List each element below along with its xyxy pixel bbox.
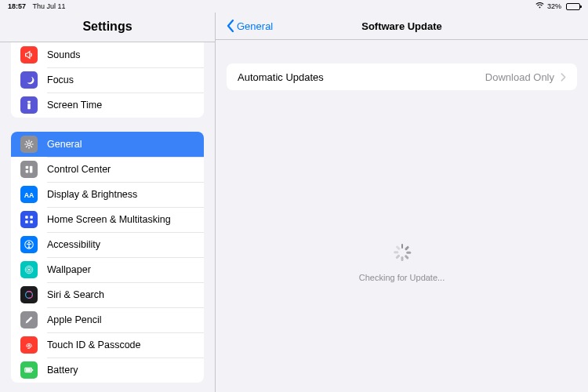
svg-point-13 — [28, 269, 31, 271]
general-icon — [20, 136, 38, 153]
svg-rect-7 — [25, 216, 28, 219]
sidebar-item-general[interactable]: General — [11, 132, 204, 157]
sidebar-item-wallpaper[interactable]: Wallpaper — [11, 257, 204, 282]
svg-rect-0 — [27, 101, 31, 103]
controlcenter-icon — [20, 161, 38, 178]
svg-rect-10 — [30, 220, 33, 223]
sidebar-item-label: Display & Brightness — [47, 189, 137, 200]
touchid-icon — [20, 336, 38, 354]
svg-rect-4 — [30, 166, 33, 173]
sidebar-title: Settings — [0, 13, 215, 42]
focus-icon — [20, 71, 38, 89]
svg-rect-3 — [26, 166, 29, 169]
automatic-updates-row[interactable]: Automatic Updates Download Only — [227, 64, 577, 90]
pencil-icon — [20, 311, 38, 328]
sidebar-item-label: Control Center — [47, 164, 111, 175]
chevron-left-icon — [227, 20, 234, 32]
sidebar-item-apple-pencil[interactable]: Apple Pencil — [11, 307, 204, 332]
status-date: Thu Jul 11 — [33, 2, 66, 10]
automatic-updates-label: Automatic Updates — [238, 71, 324, 83]
siri-icon — [20, 286, 38, 303]
svg-rect-5 — [26, 170, 29, 173]
sidebar-item-label: Wallpaper — [47, 264, 91, 275]
detail-group: Automatic Updates Download Only — [227, 64, 577, 90]
svg-point-2 — [27, 143, 31, 146]
battery-icon — [564, 3, 580, 10]
sidebar-item-label: Sounds — [47, 49, 80, 60]
wifi-icon — [535, 2, 544, 10]
display-icon: AA — [20, 186, 38, 203]
sidebar-item-label: Apple Pencil — [47, 314, 102, 325]
sounds-icon — [20, 46, 38, 64]
checking-status-text: Checking for Update... — [359, 273, 445, 282]
svg-rect-9 — [25, 220, 28, 223]
sidebar-item-accessibility[interactable]: Accessibility — [11, 232, 204, 257]
detail-title: Software Update — [361, 20, 442, 32]
back-label: General — [237, 20, 273, 32]
status-right: 32% — [535, 2, 580, 10]
battery-percent: 32% — [547, 2, 561, 10]
sidebar-item-label: Screen Time — [47, 100, 102, 111]
sidebar-item-label: General — [47, 139, 82, 150]
sidebar-item-siri-search[interactable]: Siri & Search — [11, 282, 204, 307]
sidebar-item-label: Focus — [47, 74, 74, 85]
svg-text:AA: AA — [24, 191, 34, 199]
chevron-right-icon — [561, 73, 566, 82]
detail-header: General Software Update — [216, 13, 588, 40]
accessibility-icon — [20, 236, 38, 253]
settings-sidebar: Settings SoundsFocusScreen Time GeneralC… — [0, 13, 215, 392]
sidebar-item-display-brightness[interactable]: AADisplay & Brightness — [11, 182, 204, 207]
sidebar-item-label: Accessibility — [47, 239, 100, 250]
sidebar-item-focus[interactable]: Focus — [11, 67, 204, 93]
sidebar-item-label: Touch ID & Passcode — [47, 339, 141, 350]
sidebar-item-battery[interactable]: Battery — [11, 358, 204, 383]
sidebar-item-label: Siri & Search — [47, 289, 104, 300]
svg-rect-20 — [26, 368, 31, 372]
wallpaper-icon — [20, 261, 38, 278]
spinner-icon — [393, 243, 412, 262]
status-left: 18:57 Thu Jul 11 — [8, 2, 66, 10]
status-time: 18:57 — [8, 2, 26, 10]
sidebar-item-touch-id-passcode[interactable]: Touch ID & Passcode — [11, 332, 204, 358]
sidebar-group-1: SoundsFocusScreen Time — [11, 42, 204, 118]
sidebar-item-home-screen-multitasking[interactable]: Home Screen & Multitasking — [11, 207, 204, 232]
screentime-icon — [20, 96, 38, 114]
sidebar-item-screen-time[interactable]: Screen Time — [11, 93, 204, 118]
sidebar-item-label: Home Screen & Multitasking — [47, 214, 171, 225]
homescreen-icon — [20, 211, 38, 228]
sidebar-group-2: GeneralControl CenterAADisplay & Brightn… — [11, 132, 204, 383]
svg-rect-19 — [32, 369, 33, 371]
detail-pane: General Software Update Automatic Update… — [215, 13, 588, 392]
sidebar-scroll[interactable]: SoundsFocusScreen Time GeneralControl Ce… — [0, 42, 215, 392]
sidebar-item-sounds[interactable]: Sounds — [11, 42, 204, 67]
sidebar-item-control-center[interactable]: Control Center — [11, 157, 204, 182]
svg-rect-1 — [27, 103, 31, 109]
sidebar-item-label: Battery — [47, 365, 78, 376]
svg-point-12 — [28, 241, 30, 243]
back-button[interactable]: General — [227, 20, 273, 32]
detail-body: Automatic Updates Download Only Checking… — [216, 40, 588, 392]
svg-rect-8 — [30, 216, 33, 219]
battery-icon — [20, 361, 38, 379]
status-bar: 18:57 Thu Jul 11 32% — [0, 0, 588, 13]
automatic-updates-value: Download Only — [485, 71, 554, 83]
